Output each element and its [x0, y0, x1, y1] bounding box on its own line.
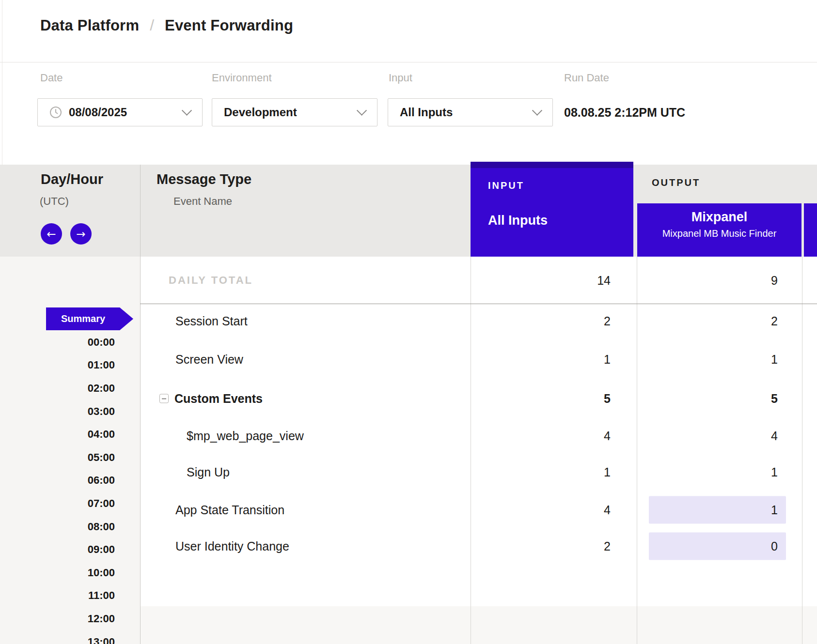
- event-label: User Identity Change: [175, 539, 289, 553]
- hour-item[interactable]: 00:00: [0, 331, 115, 354]
- summary-flag-label: Summary: [61, 313, 105, 324]
- event-label: Screen View: [175, 353, 243, 367]
- output-column-title: Mixpanel: [637, 210, 801, 225]
- date-select-value: 08/08/2025: [69, 106, 127, 119]
- hour-list: 00:00 01:00 02:00 03:00 04:00 05:00 06:0…: [0, 331, 115, 644]
- date-select[interactable]: 08/08/2025: [37, 98, 203, 126]
- output-count: 2: [637, 314, 778, 328]
- hour-item[interactable]: 04:00: [0, 423, 115, 446]
- output-count: 1: [637, 465, 778, 479]
- message-type-column-subtitle: Event Name: [173, 195, 232, 208]
- input-count: 4: [471, 503, 611, 517]
- hour-item[interactable]: 12:00: [0, 607, 115, 630]
- environment-select[interactable]: Development: [212, 98, 377, 126]
- output-count-highlighted: 1: [649, 496, 786, 524]
- environment-filter-label: Environment: [212, 72, 272, 84]
- collapse-icon[interactable]: [159, 394, 169, 403]
- previous-day-button[interactable]: ←: [41, 223, 62, 245]
- next-day-button[interactable]: →: [70, 223, 92, 245]
- hour-item[interactable]: 01:00: [0, 354, 115, 377]
- event-label: App State Transition: [175, 503, 284, 517]
- chevron-down-icon: [532, 105, 542, 115]
- daily-total-label: DAILY TOTAL: [169, 274, 253, 287]
- input-count: 2: [471, 314, 611, 328]
- output-column-eyebrow: OUTPUT: [652, 177, 700, 188]
- chevron-down-icon: [182, 105, 192, 115]
- table-row: User Identity Change 2 0: [140, 528, 817, 565]
- input-column-header-accent: [471, 162, 633, 168]
- daily-total-input-value: 14: [471, 273, 611, 287]
- input-column-header: INPUT All Inputs: [471, 162, 633, 257]
- table-row: Screen View 1 1: [140, 341, 817, 378]
- table-row: Session Start 2 2: [140, 303, 817, 339]
- right-arrow-icon: →: [76, 229, 85, 240]
- table-row: Custom Events 5 5: [140, 380, 817, 417]
- clock-icon: [49, 106, 62, 119]
- message-type-column-title: Message Type: [157, 171, 251, 187]
- output-column-header: Mixpanel Mixpanel MB Music Finder: [637, 203, 801, 257]
- summary-flag[interactable]: Summary: [46, 307, 133, 330]
- input-column-eyebrow: INPUT: [488, 180, 524, 191]
- day-hour-column-title: Day/Hour: [41, 171, 103, 187]
- output-count: 5: [637, 392, 778, 406]
- table-row: App State Transition 4 1: [140, 491, 817, 528]
- run-date-value: 08.08.25 2:12PM UTC: [564, 106, 685, 120]
- output-column-subtitle: Mixpanel MB Music Finder: [637, 228, 801, 239]
- event-label: $mp_web_page_view: [187, 429, 304, 443]
- output-count: 4: [637, 429, 778, 443]
- breadcrumb-section[interactable]: Data Platform: [40, 17, 139, 34]
- breadcrumb-separator: /: [150, 16, 154, 34]
- output-count: 1: [637, 353, 778, 367]
- table-row: $mp_web_page_view 4 4: [140, 417, 817, 454]
- hour-item[interactable]: 11:00: [0, 584, 115, 608]
- date-filter-label: Date: [40, 72, 63, 84]
- daily-total-row: DAILY TOTAL 14 9: [140, 257, 817, 304]
- table-row: Sign Up 1 1: [140, 454, 817, 491]
- hour-item[interactable]: 06:00: [0, 469, 115, 492]
- input-count: 1: [471, 465, 611, 479]
- hour-item[interactable]: 13:00: [0, 630, 115, 644]
- input-filter-label: Input: [389, 72, 412, 84]
- header-divider: [0, 62, 817, 62]
- hour-item[interactable]: 08:00: [0, 515, 115, 538]
- hour-item[interactable]: 03:00: [0, 400, 115, 423]
- input-count: 5: [471, 392, 611, 406]
- input-select-value: All Inputs: [400, 106, 453, 119]
- hour-item[interactable]: 05:00: [0, 446, 115, 469]
- event-label: Custom Events: [174, 392, 263, 406]
- grid-body-empty-area: [140, 606, 817, 644]
- output-count-highlighted: 0: [649, 533, 786, 560]
- event-label: Session Start: [175, 314, 248, 328]
- input-column-title: All Inputs: [488, 213, 548, 228]
- chevron-down-icon: [357, 105, 367, 115]
- run-date-label: Run Date: [564, 72, 609, 84]
- hour-item[interactable]: 09:00: [0, 538, 115, 561]
- input-count: 1: [471, 353, 611, 367]
- output-column-header-partial: [804, 203, 817, 257]
- input-select[interactable]: All Inputs: [388, 98, 553, 126]
- input-count: 4: [471, 429, 611, 443]
- hour-item[interactable]: 02:00: [0, 377, 115, 400]
- input-count: 2: [471, 539, 611, 553]
- left-arrow-icon: ←: [47, 229, 56, 240]
- hour-item[interactable]: 07:00: [0, 492, 115, 515]
- hour-item[interactable]: 10:00: [0, 561, 115, 584]
- page-title: Event Forwarding: [165, 17, 293, 34]
- daily-total-output-value: 9: [637, 273, 778, 287]
- environment-select-value: Development: [224, 106, 297, 119]
- breadcrumb: Data Platform / Event Forwarding: [40, 16, 293, 34]
- event-label: Sign Up: [187, 465, 230, 479]
- day-hour-column-subtitle: (UTC): [40, 195, 69, 208]
